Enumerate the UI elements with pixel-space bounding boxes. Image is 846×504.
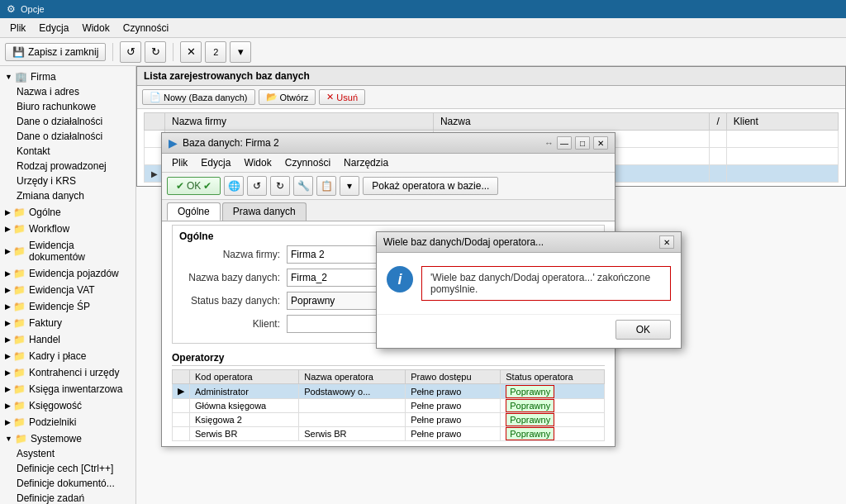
- sidebar-item-asystent[interactable]: Asystent: [0, 446, 135, 461]
- baza-dialog-maximize[interactable]: □: [575, 136, 590, 150]
- kontrahenci-label: Kontrahenci i urzędy: [29, 367, 119, 378]
- sidebar-group-kontrahenci-header[interactable]: ▶ 📁 Kontrahenci i urzędy: [0, 365, 135, 380]
- operator-row[interactable]: Księgowa 2 Pełne prawo Poprawny: [173, 413, 605, 427]
- sidebar-item-dane1[interactable]: Dane o działalności: [0, 114, 135, 129]
- workflow-expand-icon: ▶: [5, 225, 11, 233]
- info-icon: i: [387, 266, 413, 292]
- sidebar-item-nazwa-adres[interactable]: Nazwa i adres: [0, 84, 135, 99]
- sidebar-group-systemowe-header[interactable]: ▼ 📁 Systemowe: [0, 431, 135, 446]
- baza-ok-button[interactable]: ✔ OK ✔: [167, 177, 221, 195]
- ok-label: OK: [187, 180, 201, 192]
- sidebar-group-ksiega-header[interactable]: ▶ 📁 Księga inwentarzowa: [0, 382, 135, 397]
- sidebar-item-def-cech[interactable]: Definicje cech [Ctrl++]: [0, 461, 135, 476]
- ewid-sp-label: Ewidencje ŚP: [29, 301, 90, 312]
- baza-menu-edycja[interactable]: Edycja: [194, 155, 237, 170]
- sidebar-item-kontakt[interactable]: Kontakt: [0, 144, 135, 159]
- baza-settings-button[interactable]: 🔧: [293, 176, 313, 196]
- sidebar-group-handel-header[interactable]: ▶ 📁 Handel: [0, 332, 135, 347]
- faktury-expand-icon: ▶: [5, 319, 11, 327]
- new-db-button[interactable]: 📄 Nowy (Baza danych): [142, 89, 255, 105]
- row-slash: [710, 148, 726, 165]
- success-titlebar: Wiele baz danych/Dodaj operatora... ✕: [377, 232, 681, 253]
- col-klient: Klient: [726, 113, 838, 131]
- sidebar-group-ogolne-header[interactable]: ▶ 📁 Ogólne: [0, 205, 135, 220]
- baza-menu-narzedzia[interactable]: Narzędzia: [337, 155, 395, 170]
- baza-export-button[interactable]: 📋: [316, 176, 336, 196]
- sidebar-item-zmiana[interactable]: Zmiana danych: [0, 188, 135, 203]
- baza-menu-widok[interactable]: Widok: [237, 155, 278, 170]
- operators-section: Operatorzy Kod operatora Nazwa operatora…: [162, 347, 615, 446]
- baza-dialog-close[interactable]: ✕: [593, 136, 608, 150]
- tab-prawa[interactable]: Prawa danych: [222, 202, 307, 221]
- sidebar-group-handel: ▶ 📁 Handel: [0, 332, 135, 347]
- op-row-prawo: Pełne prawo: [406, 399, 501, 413]
- sidebar-item-dane2[interactable]: Dane o działalności: [0, 129, 135, 144]
- ewid-dok-folder-icon: 📁: [13, 245, 26, 257]
- sidebar-group-kontrahenci: ▶ 📁 Kontrahenci i urzędy: [0, 365, 135, 380]
- sidebar-group-firma-header[interactable]: ▼ 🏢 Firma: [0, 69, 135, 84]
- sidebar-item-def-zad[interactable]: Definicje zadań: [0, 491, 135, 504]
- kontrahenci-expand-icon: ▶: [5, 368, 11, 377]
- delete-db-button[interactable]: ✕ Usuń: [319, 89, 365, 105]
- row-klient: [726, 131, 838, 148]
- tab-ogolne[interactable]: Ogólne: [167, 202, 221, 221]
- ogolne-label: Ogólne: [29, 207, 61, 218]
- ksiega-label: Księga inwentarzowa: [29, 383, 122, 395]
- menu-widok[interactable]: Widok: [75, 21, 116, 36]
- ogolne-folder-icon: 📁: [13, 207, 26, 218]
- baza-forward-button[interactable]: ↻: [270, 176, 290, 196]
- save-close-button[interactable]: 💾 Zapisz i zamknij: [5, 43, 106, 61]
- refresh-button[interactable]: ↺: [120, 41, 141, 63]
- delete-db-icon: ✕: [326, 92, 334, 102]
- sidebar-item-def-dok[interactable]: Definicje dokumentó...: [0, 476, 135, 491]
- systemowe-folder-icon: 📁: [15, 433, 27, 445]
- faktury-label: Faktury: [29, 317, 62, 329]
- ksiegowosc-folder-icon: 📁: [13, 400, 26, 411]
- success-close-button[interactable]: ✕: [659, 235, 674, 249]
- status-badge: Poprawny: [506, 413, 554, 426]
- operator-row[interactable]: Serwis BR Serwis BR Pełne prawo Poprawny: [173, 427, 605, 441]
- menu-plik[interactable]: Plik: [3, 21, 32, 36]
- baza-dialog-controls: ↔ — □ ✕: [544, 136, 608, 150]
- sidebar-item-biuro[interactable]: Biuro rachunkowe: [0, 99, 135, 114]
- arrow-button[interactable]: ▾: [230, 41, 251, 63]
- operator-row[interactable]: ▶ Administrator Podstawowy o... Pełne pr…: [173, 384, 605, 399]
- baza-back-button[interactable]: ↺: [247, 176, 267, 196]
- sidebar-group-ksiegowosc-header[interactable]: ▶ 📁 Księgowość: [0, 398, 135, 413]
- systemowe-label: Systemowe: [31, 433, 82, 445]
- open-db-button[interactable]: 📂 Otwórz: [259, 89, 316, 105]
- sidebar-group-ewid-vat-header[interactable]: ▶ 📁 Ewidencja VAT: [0, 283, 135, 297]
- sidebar-item-rodzaj[interactable]: Rodzaj prowadzonej: [0, 159, 135, 174]
- sidebar-group-ewid-sp-header[interactable]: ▶ 📁 Ewidencje ŚP: [0, 299, 135, 314]
- sidebar-item-urzedy[interactable]: Urzędy i KRS: [0, 174, 135, 188]
- sidebar-group-ewid-poj-header[interactable]: ▶ 📁 Ewidencja pojazdów: [0, 266, 135, 281]
- baza-refresh-button[interactable]: 🌐: [224, 176, 244, 196]
- op-row-indicator: [173, 413, 190, 427]
- settings-button[interactable]: ✕: [180, 41, 202, 63]
- forward-button[interactable]: ↻: [145, 41, 166, 63]
- ksiega-folder-icon: 📁: [13, 383, 26, 395]
- ewid-vat-folder-icon: 📁: [13, 284, 26, 296]
- baza-arrow-button[interactable]: ▾: [340, 176, 359, 196]
- operator-row[interactable]: Główna księgowa Pełne prawo Poprawny: [173, 399, 605, 413]
- sidebar-group-podzielniki-header[interactable]: ▶ 📁 Podzielniki: [0, 415, 135, 430]
- number-button[interactable]: 2: [205, 41, 226, 63]
- row-klient: [726, 165, 838, 183]
- success-ok-button[interactable]: OK: [615, 320, 671, 340]
- menu-czynnosci[interactable]: Czynności: [116, 21, 175, 36]
- sidebar-group-ogolne: ▶ 📁 Ogólne: [0, 205, 135, 220]
- sidebar-group-podzielniki: ▶ 📁 Podzielniki: [0, 415, 135, 430]
- status-badge: Poprawny: [506, 427, 554, 440]
- sidebar-group-kadry-header[interactable]: ▶ 📁 Kadry i płace: [0, 349, 135, 364]
- baza-menu-plik[interactable]: Plik: [165, 155, 194, 170]
- save-icon: 💾: [12, 46, 25, 58]
- sidebar-group-workflow-header[interactable]: ▶ 📁 Workflow: [0, 221, 135, 236]
- baza-menu-czynnosci[interactable]: Czynności: [278, 155, 337, 170]
- sidebar-group-ewid-dok-header[interactable]: ▶ 📁 Ewidencja dokumentów: [0, 238, 135, 264]
- sidebar-group-faktury-header[interactable]: ▶ 📁 Faktury: [0, 316, 135, 330]
- main-layout: ▼ 🏢 Firma Nazwa i adres Biuro rachunkowe…: [0, 66, 846, 504]
- col-nazwa: Nazwa: [433, 113, 710, 131]
- baza-show-operator-button[interactable]: Pokaż operatora w bazie...: [363, 177, 498, 195]
- baza-dialog-minimize[interactable]: —: [557, 136, 572, 150]
- menu-edycja[interactable]: Edycja: [32, 21, 75, 36]
